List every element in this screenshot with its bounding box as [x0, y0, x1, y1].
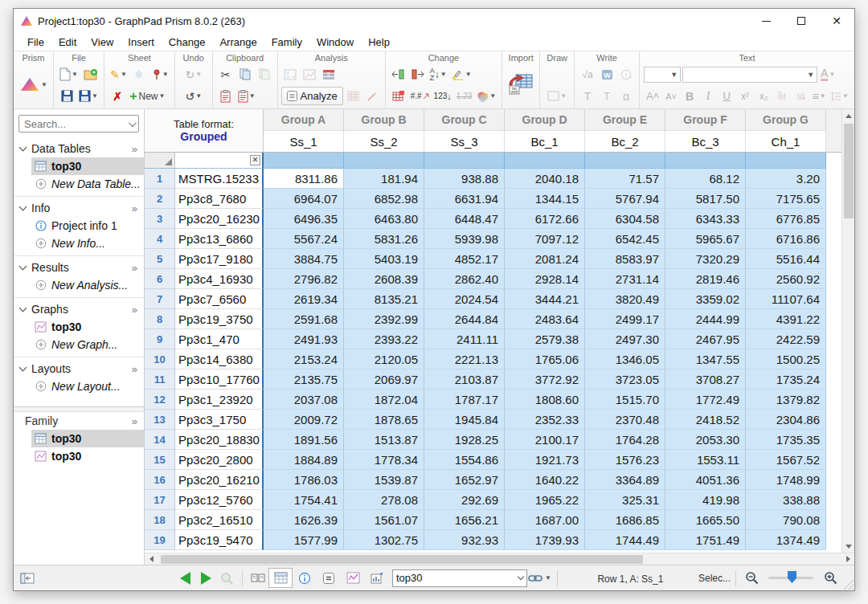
row-title[interactable]: Pp3c20_16230 [175, 209, 264, 229]
data-cell[interactable]: 1500.25 [746, 349, 826, 369]
save-button[interactable] [58, 87, 76, 106]
highlight-sheet-button[interactable]: ✎▼ [108, 65, 129, 84]
data-cell[interactable]: 1554.86 [424, 450, 505, 470]
data-cell[interactable]: 1808.60 [505, 390, 585, 410]
row-title[interactable]: Pp3c14_6380 [175, 349, 264, 369]
data-cell[interactable]: 278.08 [344, 490, 424, 510]
data-cell[interactable]: 11107.64 [746, 289, 826, 309]
data-cell[interactable]: 1878.65 [344, 410, 424, 430]
row-number[interactable]: 4 [145, 229, 175, 249]
tab-data-tables[interactable] [268, 568, 293, 589]
column-header-c[interactable]: Group CSs_3 [424, 109, 505, 153]
data-cell[interactable]: 5939.98 [424, 229, 505, 249]
data-cell[interactable]: 1374.49 [746, 530, 826, 550]
select-all-corner[interactable] [145, 153, 175, 169]
data-cell[interactable]: 1778.34 [344, 450, 424, 470]
data-cell[interactable]: 938.88 [424, 169, 505, 189]
row-title[interactable]: Pp3c10_17760 [175, 369, 264, 390]
data-cell[interactable]: 2009.72 [264, 410, 344, 430]
sidebar-item-new-data-table[interactable]: New Data Table... [31, 175, 144, 193]
data-cell[interactable]: 1513.87 [344, 430, 424, 450]
data-cell[interactable]: 1539.87 [344, 470, 424, 490]
new-sheet-button[interactable]: +New▼ [128, 87, 166, 106]
data-cell[interactable]: 68.12 [665, 169, 746, 189]
data-cell[interactable]: 1346.05 [585, 349, 665, 369]
data-cell[interactable]: 6172.66 [505, 209, 585, 229]
data-cell[interactable]: 419.98 [665, 490, 746, 510]
row-title[interactable]: Pp3c4_16930 [175, 269, 264, 289]
data-cell[interactable]: 7175.65 [746, 189, 826, 209]
data-cell[interactable]: 2037.08 [264, 390, 344, 410]
data-cell[interactable]: 2579.38 [505, 329, 585, 349]
data-cell[interactable]: 1665.50 [665, 510, 746, 530]
sidebar-item-top30[interactable]: top30 [31, 157, 144, 175]
group-title[interactable]: Group D [505, 109, 585, 131]
column-header-d[interactable]: Group DBc_1 [505, 109, 585, 153]
data-cell[interactable]: 2422.59 [746, 329, 826, 349]
maximize-button[interactable] [784, 9, 819, 33]
column-select-cell[interactable] [264, 153, 344, 169]
data-cell[interactable]: 2928.14 [505, 269, 585, 289]
insert-column-left-icon[interactable] [390, 65, 407, 84]
data-cell[interactable]: 5516.44 [746, 249, 826, 269]
group-title[interactable]: Group B [344, 109, 424, 131]
freeze-sheet-button[interactable]: ❄ [130, 65, 148, 84]
menu-item-help[interactable]: Help [361, 35, 397, 50]
column-header-e[interactable]: Group EBc_2 [585, 109, 665, 153]
family-item-top30[interactable]: top30 [31, 430, 144, 447]
data-cell[interactable]: 932.93 [424, 530, 505, 550]
data-cell[interactable]: 1744.49 [585, 530, 665, 550]
column-header-b[interactable]: Group BSs_2 [344, 109, 424, 153]
group-title[interactable]: Group G [746, 109, 826, 131]
font-family-select[interactable]: ▼ [682, 67, 817, 83]
equation-icon[interactable]: √a [579, 65, 596, 84]
row-number[interactable]: 15 [145, 450, 175, 470]
sidebar-item-project-info-1[interactable]: Project info 1 [31, 217, 144, 235]
family-more-icon[interactable]: » [132, 415, 137, 427]
data-cell[interactable]: 3364.89 [585, 470, 665, 490]
data-cell[interactable]: 3.20 [746, 169, 826, 189]
data-cell[interactable]: 1347.55 [665, 349, 746, 369]
data-cell[interactable]: 6448.47 [424, 209, 505, 229]
word-export-icon[interactable]: W [598, 65, 616, 84]
sidebar-item-new-info[interactable]: New Info... [31, 235, 144, 252]
data-cell[interactable]: 5817.50 [665, 189, 746, 209]
data-cell[interactable]: 4852.17 [424, 249, 505, 269]
row-number[interactable]: 12 [145, 390, 175, 410]
descriptive-stats-icon[interactable]: Σ [320, 65, 338, 84]
data-cell[interactable]: 5403.19 [344, 249, 424, 269]
sidebar-item-new-graph[interactable]: New Graph... [31, 336, 144, 353]
data-cell[interactable]: 8311.86 [264, 169, 344, 189]
data-cell[interactable]: 1965.22 [505, 490, 585, 510]
link-button[interactable]: ▼ [528, 569, 551, 588]
import-data-button[interactable]: txtxml [506, 75, 535, 94]
zoom-slider-thumb[interactable] [788, 571, 796, 583]
font-color-button[interactable]: A▼ [819, 65, 837, 84]
sheet-selector[interactable]: top30 [392, 569, 527, 587]
close-button[interactable]: ✕ [819, 9, 854, 33]
data-cell[interactable]: 181.94 [344, 169, 424, 189]
open-file-button[interactable] [81, 65, 99, 84]
data-cell[interactable]: 71.57 [585, 169, 665, 189]
row-number[interactable]: 10 [145, 349, 175, 369]
data-cell[interactable]: 7320.29 [665, 249, 746, 269]
row-number[interactable]: 16 [145, 470, 175, 490]
data-cell[interactable]: 1921.73 [505, 450, 585, 470]
group-title[interactable]: Group C [424, 109, 505, 131]
row-title[interactable]: Pp3c3_1750 [175, 410, 264, 430]
data-cell[interactable]: 2120.05 [344, 349, 424, 369]
data-cell[interactable]: 1577.99 [264, 530, 344, 550]
data-cell[interactable]: 1786.03 [264, 470, 344, 490]
row-title[interactable]: Pp3c8_7680 [175, 189, 264, 209]
data-cell[interactable]: 1640.22 [505, 470, 585, 490]
apply-analysis-icon[interactable] [345, 87, 362, 106]
data-cell[interactable]: 8135.21 [344, 289, 424, 309]
data-cell[interactable]: 1379.82 [746, 390, 826, 410]
fill-color-icon[interactable]: ▼ [450, 65, 473, 84]
table-format-corner[interactable]: Table format: Grouped [145, 109, 264, 153]
save-as-button[interactable]: ▼ [77, 87, 100, 106]
table-format-icon[interactable] [390, 87, 407, 106]
data-cell[interactable]: 2731.14 [585, 269, 665, 289]
group-title[interactable]: Group F [665, 109, 746, 131]
row-title[interactable]: MSTRG.15233 [175, 169, 264, 189]
